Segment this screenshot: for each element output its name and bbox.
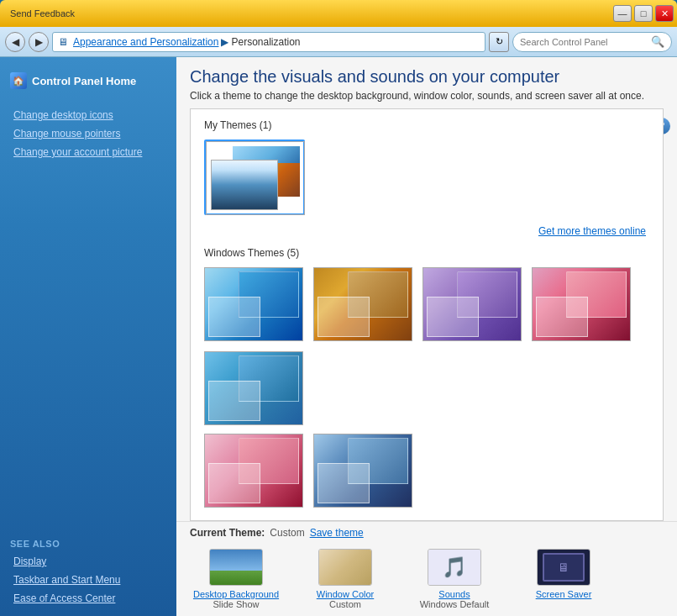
search-box: 🔍: [512, 32, 672, 52]
see-also-label: See also: [0, 532, 176, 552]
windows-themes-grid-2: [197, 430, 656, 519]
address-path[interactable]: 🖥 Appearance and Personalization ▶ Perso…: [52, 32, 485, 52]
windows-theme-6-preview: [204, 434, 305, 509]
window-color-icon: [318, 549, 372, 586]
current-theme-row: Current Theme: Custom Save theme: [190, 527, 664, 539]
save-theme-link[interactable]: Save theme: [310, 527, 364, 539]
window-color-action[interactable]: Window Color Custom: [299, 549, 391, 609]
sidebar-link-account-picture[interactable]: Change your account picture: [0, 143, 176, 161]
my-themes-grid: [197, 136, 656, 225]
my-theme-item[interactable]: [204, 140, 305, 215]
sounds-icon: 🎵: [428, 549, 481, 586]
t2-front: [318, 297, 370, 337]
send-feedback-link[interactable]: Send Feedback: [10, 8, 75, 18]
main-layout: ? 🏠 Control Panel Home Change desktop ic…: [0, 57, 677, 616]
t5-front: [208, 381, 260, 421]
windows-theme-1-image: [204, 267, 303, 341]
windows-theme-1-preview: [204, 267, 305, 343]
desktop-background-icon: [209, 549, 263, 586]
windows-theme-1[interactable]: [204, 267, 305, 343]
windows-themes-title: Windows Themes (5): [197, 244, 656, 264]
screen-saver-label: Screen Saver: [536, 589, 592, 599]
t4-front: [536, 297, 588, 337]
sidebar-home-link[interactable]: 🏠 Control Panel Home: [0, 66, 176, 96]
windows-theme-3-preview: [422, 267, 523, 343]
title-bar: Send Feedback — □ ✕: [0, 0, 677, 27]
deskbg-thumbnail: [210, 549, 262, 586]
windows-theme-5-preview: [204, 351, 305, 427]
screen-saver-action[interactable]: 🖥 Screen Saver: [517, 549, 610, 609]
bottom-spacer: [197, 519, 656, 521]
windows-theme-3[interactable]: [422, 267, 523, 343]
desktop-background-action[interactable]: Desktop Background Slide Show: [190, 549, 282, 609]
sidebar-link-desktop-icons[interactable]: Change desktop icons: [0, 106, 176, 124]
sounds-label: Sounds: [438, 589, 470, 599]
my-theme-image: [206, 141, 305, 215]
home-icon: 🏠: [10, 72, 27, 89]
sidebar-link-mouse-pointers[interactable]: Change mouse pointers: [0, 124, 176, 143]
screensaver-thumbnail: 🖥: [538, 549, 590, 586]
refresh-button[interactable]: ↻: [489, 32, 509, 52]
quick-actions-bar: Desktop Background Slide Show Window Col…: [190, 545, 664, 613]
windows-theme-7[interactable]: [313, 434, 414, 509]
themes-area[interactable]: My Themes (1): [190, 108, 664, 521]
address-part1: Appearance and Personalization: [73, 36, 218, 48]
address-part2: Personalization: [231, 36, 300, 48]
windows-theme-5[interactable]: [204, 351, 305, 427]
windows-theme-2[interactable]: [313, 267, 414, 343]
monitor-shape: 🖥: [543, 553, 585, 582]
windows-theme-2-image: [313, 267, 412, 341]
sidebar-link-ease-of-access[interactable]: Ease of Access Center: [0, 589, 176, 608]
page-subtitle: Click a theme to change the desktop back…: [190, 90, 664, 102]
address-bar: ◀ ▶ 🖥 Appearance and Personalization ▶ P…: [0, 27, 677, 57]
windows-themes-grid: [197, 264, 656, 437]
windows-theme-6-image: [204, 434, 303, 508]
t1-front: [208, 297, 260, 337]
windows-theme-4-preview: [532, 267, 632, 343]
sounds-sub: Windows Default: [420, 599, 490, 609]
sidebar-home-label: Control Panel Home: [32, 75, 136, 87]
theme-front-image: [211, 160, 278, 210]
content-area: Change the visuals and sounds on your co…: [176, 57, 677, 616]
minimize-button[interactable]: —: [613, 5, 632, 22]
windows-theme-6[interactable]: [204, 434, 305, 509]
sidebar-spacer: [0, 96, 176, 106]
current-theme-name: Custom: [270, 527, 304, 539]
search-icon[interactable]: 🔍: [651, 35, 664, 48]
window-color-label: Window Color: [317, 589, 374, 599]
get-more-themes-link[interactable]: Get more themes online: [197, 225, 656, 244]
t6-front: [208, 463, 260, 503]
windows-theme-7-image: [313, 434, 412, 508]
back-button[interactable]: ◀: [5, 32, 25, 52]
sidebar-link-taskbar[interactable]: Taskbar and Start Menu: [0, 571, 176, 589]
windows-theme-7-preview: [313, 434, 414, 509]
desktop-background-sub: Slide Show: [213, 599, 259, 609]
close-button[interactable]: ✕: [655, 5, 674, 22]
page-title: Change the visuals and sounds on your co…: [190, 67, 664, 87]
address-sep: ▶: [221, 36, 228, 48]
address-icon: 🖥: [58, 36, 68, 48]
sidebar-link-display[interactable]: Display: [0, 552, 176, 571]
themes-scroll: My Themes (1): [191, 109, 663, 521]
sounds-action[interactable]: 🎵 Sounds Windows Default: [408, 549, 501, 609]
windows-theme-3-image: [422, 267, 522, 341]
t7-front: [318, 463, 370, 503]
desktop-background-label: Desktop Background: [193, 589, 279, 599]
bottom-bar: Current Theme: Custom Save theme Desktop…: [176, 521, 677, 616]
current-theme-label: Current Theme:: [190, 527, 265, 539]
content-header: Change the visuals and sounds on your co…: [176, 57, 677, 108]
my-theme-preview: [204, 140, 305, 215]
sidebar: 🏠 Control Panel Home Change desktop icon…: [0, 57, 176, 616]
search-input[interactable]: [520, 37, 651, 47]
forward-button[interactable]: ▶: [29, 32, 49, 52]
window-color-sub: Custom: [329, 599, 361, 609]
windows-theme-4-image: [532, 267, 631, 341]
windows-theme-4[interactable]: [532, 267, 632, 343]
my-themes-title: My Themes (1): [197, 116, 656, 136]
windows-theme-5-image: [204, 351, 303, 425]
t3-front: [427, 297, 479, 337]
maximize-button[interactable]: □: [634, 5, 653, 22]
screen-saver-icon: 🖥: [537, 549, 590, 586]
wincolor-thumbnail: [319, 549, 371, 586]
sounds-thumbnail: 🎵: [428, 549, 480, 586]
